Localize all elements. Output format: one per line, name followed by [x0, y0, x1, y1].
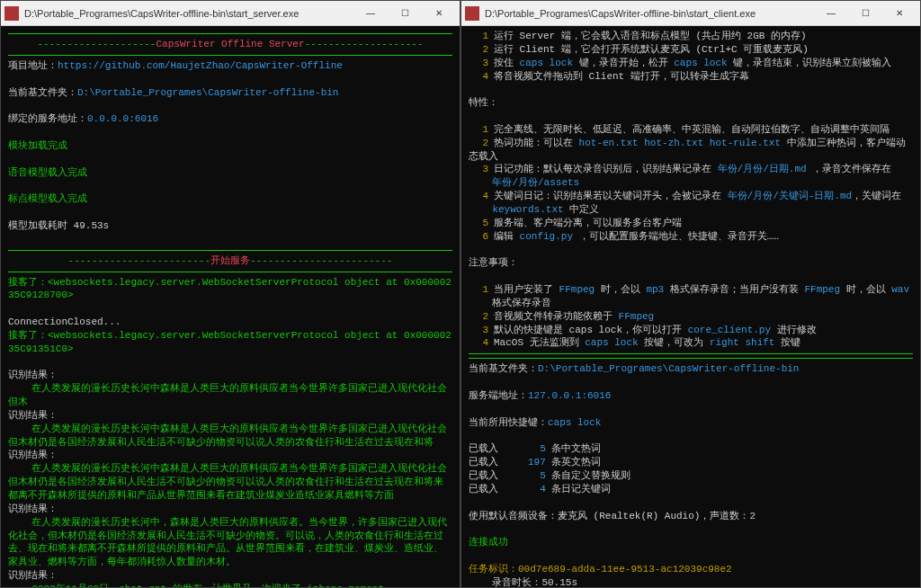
app-icon [465, 6, 479, 21]
minimize-button[interactable]: — [353, 2, 388, 25]
minimize-button[interactable]: — [814, 2, 848, 25]
module-loaded: 模块加载完成 [8, 139, 452, 153]
project-url: https://github.com/HaujetZhao/CapsWriter… [58, 60, 343, 71]
close-button[interactable]: ✕ [422, 2, 456, 25]
conn1: <websockets.legacy.server.WebSocketServe… [8, 277, 452, 301]
hotkey: caps lock [548, 417, 601, 428]
lang-loaded: 语音模型载入完成 [8, 166, 452, 180]
close-button[interactable]: ✕ [882, 2, 917, 25]
conn-closed: ConnectionClosed... [8, 316, 452, 329]
notes-label: 注意事项： [469, 256, 913, 270]
server-window: D:\Portable_Programes\CapsWriter-offline… [0, 0, 460, 588]
server-terminal[interactable]: --------------------CapsWriter Offline S… [1, 26, 460, 587]
result-4: 在人类发展的漫长历史长河中，森林是人类巨大的原料供应者。当今世界，许多国家已进入… [8, 516, 452, 569]
punc-loaded: 标点模型载入完成 [8, 192, 452, 206]
server-title: D:\Portable_Programes\CapsWriter-offline… [24, 8, 353, 19]
maximize-button[interactable]: ☐ [848, 2, 882, 25]
audio-device: 使用默认音频设备：麦克风 (Realtek(R) Audio)，声道数：2 [469, 510, 913, 523]
service-title: 开始服务 [210, 255, 250, 266]
task1-id: 00d7e689-adda-11ee-9513-ac12039c98e2 [518, 564, 732, 575]
client-terminal[interactable]: 1运行 Server 端，它会载入语音和标点模型 (共占用约 2GB 的内存) … [461, 26, 920, 587]
conn2: <websockets.legacy.server.WebSocketServe… [8, 330, 452, 354]
project-label: 项目地址： [8, 60, 58, 71]
client-base-path: D:\Portable_Programes\CapsWriter-offline… [538, 363, 799, 374]
app-icon [4, 6, 19, 21]
client-window: D:\Portable_Programes\CapsWriter-offline… [460, 0, 921, 588]
banner: --------------------CapsWriter Offline S… [8, 38, 452, 51]
maximize-button[interactable]: ☐ [388, 2, 422, 25]
result-1: 在人类发展的漫长历史长河中森林是人类巨大的原料供应者当今世界许多国家已进入现代化… [8, 382, 452, 409]
client-title: D:\Portable_Programes\CapsWriter-offline… [485, 8, 814, 19]
result-5: 2022年11月30日，chat gpt 的发布，让世界又一次迎来了 iphon… [8, 583, 452, 587]
result-2: 在人类发展的漫长历史长河中森林是人类巨大的原料供应者当今世界许多国家已进入现代化… [8, 423, 452, 450]
rec-dur-1: 50.15s [541, 577, 577, 587]
bind-addr: 0.0.0.0:6016 [87, 113, 158, 124]
base-path: D:\Portable_Programes\CapsWriter-offline… [77, 87, 338, 98]
load-time: 49.53s [74, 220, 110, 231]
client-titlebar[interactable]: D:\Portable_Programes\CapsWriter-offline… [461, 1, 920, 26]
server-addr: 127.0.0.1:6016 [528, 390, 611, 401]
connected: 连接成功 [469, 536, 913, 549]
features-label: 特性： [469, 96, 913, 110]
server-titlebar[interactable]: D:\Portable_Programes\CapsWriter-offline… [1, 1, 460, 26]
result-3: 在人类发展的漫长历史长河中森林是人类巨大的原料供应者当今世界许多国家已进入现代化… [8, 462, 452, 503]
